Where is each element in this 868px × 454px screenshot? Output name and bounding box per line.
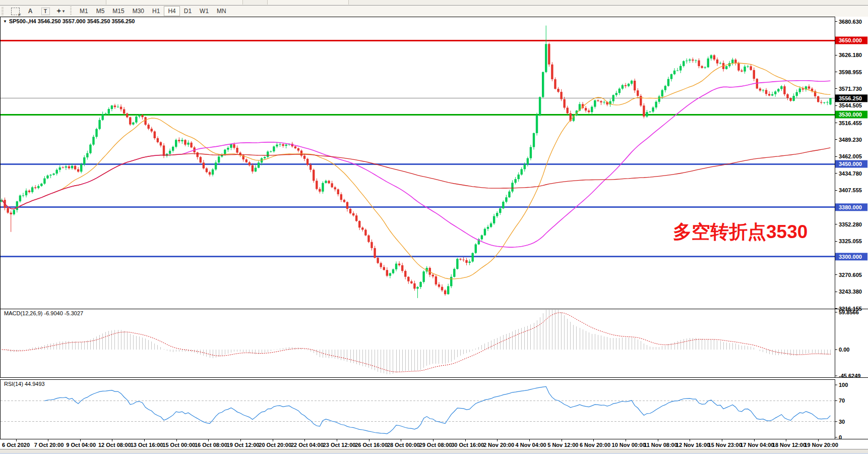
tf-button-m30[interactable]: M30 (129, 6, 148, 16)
tf-button-m5[interactable]: M5 (92, 6, 109, 16)
text-a-icon: A (28, 8, 33, 15)
svg-text:3434.780: 3434.780 (839, 171, 862, 177)
svg-text:3270.605: 3270.605 (839, 272, 862, 278)
window-bottom-strip (0, 449, 868, 454)
tf-button-d1[interactable]: D1 (180, 6, 196, 16)
svg-text:3516.455: 3516.455 (839, 120, 862, 126)
shapes-tool-button[interactable]: ✦ ▾ (54, 6, 67, 16)
price-axis[interactable]: 3680.6303626.1803598.9553571.7303544.505… (835, 19, 867, 312)
svg-text:3450.000: 3450.000 (839, 161, 862, 167)
macd-indicator-label: MACD(12,26,9) -6.9040 -5.3027 (4, 310, 83, 316)
svg-text:3352.280: 3352.280 (839, 221, 862, 228)
rsi-pane (1, 386, 835, 434)
svg-text:12 Nov 16:00: 12 Nov 16:00 (676, 442, 710, 448)
tf-button-m15[interactable]: M15 (108, 6, 128, 16)
svg-text:3380.000: 3380.000 (839, 204, 862, 210)
toolbar: F A T ✦ ▾ M1 M5 M15 M30 H1 H4 D1 W1 MN (0, 6, 868, 17)
svg-text:15 Oct 00:00: 15 Oct 00:00 (162, 442, 195, 448)
svg-text:3544.505: 3544.505 (839, 102, 862, 108)
shapes-icon: ✦ (56, 8, 61, 15)
svg-text:3680.630: 3680.630 (839, 19, 862, 25)
svg-text:3571.730: 3571.730 (839, 86, 862, 92)
svg-text:3300.000: 3300.000 (839, 254, 862, 260)
indicator-axis[interactable]: 59.85660.00-45.624910070300 (835, 309, 860, 440)
chart-title[interactable]: ▼ SP500-,H4 3546.250 3557.000 3545.250 3… (3, 18, 135, 24)
clipped-toolbar-strip (0, 0, 868, 6)
svg-text:26 Oct 16:00: 26 Oct 16:00 (355, 442, 388, 448)
svg-text:3626.180: 3626.180 (839, 52, 862, 58)
svg-text:3407.555: 3407.555 (839, 187, 862, 193)
svg-text:4 Nov 04:00: 4 Nov 04:00 (516, 442, 546, 448)
toolbar-fragment (106, 0, 243, 5)
symbol-caret-icon: ▼ (3, 19, 7, 24)
svg-text:17 Nov 04:00: 17 Nov 04:00 (740, 442, 774, 448)
svg-text:100: 100 (839, 382, 848, 388)
svg-text:-45.6249: -45.6249 (839, 373, 860, 379)
toolbar-grip[interactable] (2, 7, 7, 15)
fibonacci-icon: F (11, 8, 20, 15)
tf-button-h1[interactable]: H1 (148, 6, 164, 16)
svg-text:70: 70 (839, 398, 845, 404)
svg-text:13 Oct 16:00: 13 Oct 16:00 (131, 442, 163, 448)
svg-text:19 Oct 12:00: 19 Oct 12:00 (227, 442, 260, 448)
fibonacci-tool-button[interactable]: F (9, 6, 21, 16)
svg-text:3243.380: 3243.380 (839, 289, 862, 295)
svg-text:16 Oct 08:00: 16 Oct 08:00 (195, 442, 227, 448)
tf-button-m1[interactable]: M1 (76, 6, 92, 16)
text-label-icon: T (41, 8, 50, 15)
svg-text:30: 30 (839, 419, 845, 425)
svg-text:3489.230: 3489.230 (839, 137, 862, 143)
tf-button-h4[interactable]: H4 (164, 6, 179, 16)
chevron-down-icon: ▾ (63, 9, 65, 14)
svg-text:10 Nov 00:00: 10 Nov 00:00 (612, 442, 646, 448)
svg-text:3462.005: 3462.005 (839, 153, 862, 159)
label-tool-button[interactable]: T (39, 6, 51, 16)
chart-window: 3680.6303626.1803598.9553571.7303544.505… (0, 17, 868, 454)
toolbar-fragment (267, 0, 349, 5)
svg-text:23 Oct 12:00: 23 Oct 12:00 (323, 442, 356, 448)
mt4-window: { "toolbar": { "tools": [ {"name": "fibo… (0, 0, 868, 454)
svg-text:0.00: 0.00 (839, 347, 849, 353)
svg-text:19 Nov 20:00: 19 Nov 20:00 (804, 442, 838, 448)
svg-text:0: 0 (839, 434, 842, 440)
svg-text:12 Oct 08:00: 12 Oct 08:00 (98, 442, 131, 448)
svg-text:20 Oct 20:00: 20 Oct 20:00 (259, 442, 291, 448)
toolbar-separator (70, 7, 74, 16)
svg-text:3598.955: 3598.955 (839, 69, 862, 75)
svg-text:3530.000: 3530.000 (839, 111, 862, 118)
moving-averages (2, 63, 831, 279)
svg-text:2 Nov 20:00: 2 Nov 20:00 (483, 442, 514, 448)
tf-button-mn[interactable]: MN (213, 6, 230, 16)
svg-text:59.8566: 59.8566 (839, 309, 859, 315)
chart-annotation: 多空转折点3530 (673, 219, 808, 245)
macd-pane (2, 310, 831, 374)
svg-text:3556.250: 3556.250 (839, 95, 862, 101)
svg-text:9 Oct 04:00: 9 Oct 04:00 (66, 442, 96, 448)
svg-text:3650.000: 3650.000 (839, 37, 862, 43)
svg-text:15 Nov 23:00: 15 Nov 23:00 (708, 442, 742, 448)
svg-text:6 Oct 2020: 6 Oct 2020 (2, 442, 30, 448)
svg-text:11 Nov 08:00: 11 Nov 08:00 (644, 442, 677, 448)
tf-button-w1[interactable]: W1 (196, 6, 213, 16)
svg-text:6 Nov 20:00: 6 Nov 20:00 (580, 442, 610, 448)
svg-text:7 Oct 20:00: 7 Oct 20:00 (34, 442, 64, 448)
svg-text:5 Nov 12:00: 5 Nov 12:00 (547, 442, 578, 448)
rsi-indicator-label: RSI(14) 44.9493 (4, 381, 45, 387)
svg-text:28 Oct 00:00: 28 Oct 00:00 (387, 442, 420, 448)
svg-text:30 Oct 16:00: 30 Oct 16:00 (451, 442, 484, 448)
svg-text:3325.055: 3325.055 (839, 238, 862, 244)
svg-text:18 Nov 12:00: 18 Nov 12:00 (772, 442, 806, 448)
time-axis[interactable]: 6 Oct 20207 Oct 20:009 Oct 04:0012 Oct 0… (2, 439, 838, 448)
svg-text:22 Oct 04:00: 22 Oct 04:00 (291, 442, 324, 448)
text-tool-button[interactable]: A (24, 6, 36, 16)
chart-title-text: SP500-,H4 3546.250 3557.000 3545.250 355… (9, 18, 135, 24)
svg-text:29 Oct 08:00: 29 Oct 08:00 (419, 442, 452, 448)
